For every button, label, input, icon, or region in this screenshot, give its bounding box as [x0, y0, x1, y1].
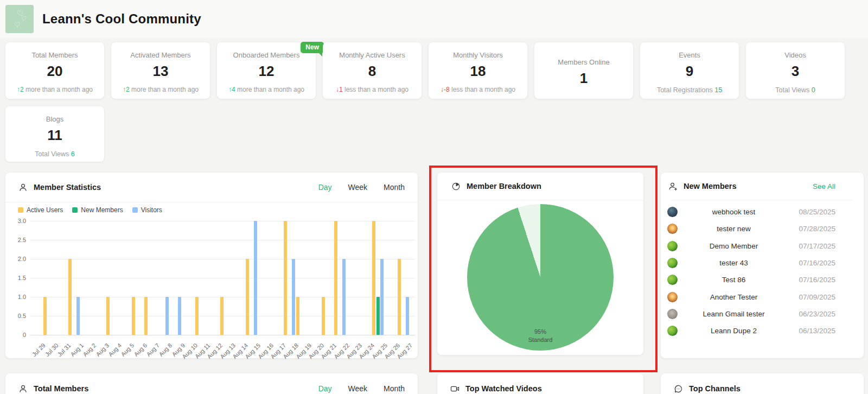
new-member-row[interactable]: Leann Gmail tester06/23/2025 [661, 306, 864, 322]
bar-active-users-jul-30[interactable] [43, 297, 47, 335]
stat-value: 20 [5, 63, 104, 80]
gridline [30, 278, 415, 278]
new-member-row[interactable]: tester 4307/16/2025 [661, 255, 864, 271]
legend-swatch [72, 207, 78, 213]
new-members-title: New Members [684, 182, 737, 190]
stat-value: 13 [111, 63, 210, 80]
tab-day[interactable]: Day [318, 384, 332, 393]
bar-active-users-aug-15[interactable] [246, 259, 249, 335]
bar-active-users-aug-6[interactable] [132, 297, 135, 335]
new-member-row[interactable]: Another Tester07/09/2025 [661, 288, 864, 305]
stat-label: Monthly Active Users [323, 51, 422, 59]
total-members-title: Total Members [34, 384, 88, 393]
bar-active-users-aug-7[interactable] [144, 297, 148, 335]
new-member-row[interactable]: webhook test08/25/2025 [661, 204, 864, 220]
member-avatar [667, 326, 678, 336]
member-join-date: 08/25/2025 [790, 208, 835, 216]
member-avatar [667, 292, 678, 302]
tab-week[interactable]: Week [348, 183, 368, 192]
bar-active-users-aug-11[interactable] [195, 297, 199, 335]
member-breakdown-title: Member Breakdown [467, 182, 541, 190]
community-logo[interactable]: ♡ ♡ ♡ [5, 5, 34, 33]
new-member-row[interactable]: Test 8607/16/2025 [661, 271, 864, 288]
trend-text: less than a month ago [450, 86, 515, 93]
new-member-row[interactable]: Leann Dupe 206/13/2025 [661, 322, 864, 339]
y-axis-tick: 1.5 [8, 275, 26, 281]
bar-active-users-aug-13[interactable] [220, 297, 224, 335]
member-join-date: 07/16/2025 [790, 259, 835, 267]
member-breakdown-header: Member Breakdown [437, 173, 643, 200]
member-breakdown-pie[interactable]: 95% Standard [467, 204, 614, 351]
bar-visitors-aug-15[interactable] [254, 221, 257, 335]
bar-active-users-aug-1[interactable] [68, 259, 72, 335]
tab-day[interactable]: Day [318, 183, 332, 192]
member-name: Leann Gmail tester [678, 310, 790, 318]
dashboard-page: ♡ ♡ ♡ Leann's Cool Community Total Membe… [0, 0, 868, 394]
stat-trend: ↑2 more than a month ago [5, 86, 104, 93]
bar-active-users-aug-18[interactable] [284, 221, 287, 335]
stat-trend: ↓-8 less than a month ago [429, 86, 527, 93]
stat-label: Total Members [5, 51, 104, 59]
tab-month[interactable]: Month [384, 384, 405, 393]
legend-item-visitors[interactable]: Visitors [132, 206, 162, 214]
gridline [30, 221, 415, 221]
trend-text: more than a month ago [24, 86, 93, 93]
bar-visitors-aug-27[interactable] [406, 297, 409, 335]
member-join-date: 07/28/2025 [790, 225, 835, 233]
bar-visitors-aug-18[interactable] [292, 259, 295, 335]
member-statistics-title: Member Statistics [34, 183, 101, 192]
stat-sub: Total Views 0 [746, 86, 845, 94]
bar-active-users-aug-22[interactable] [334, 221, 337, 335]
tab-month[interactable]: Month [384, 183, 405, 192]
stat-sub: Total Registrations 15 [640, 86, 739, 94]
pie-percent: 95% [467, 328, 614, 336]
period-tabs: DayWeekMonth [318, 384, 405, 393]
member-name: Leann Dupe 2 [678, 327, 790, 335]
see-all-link[interactable]: See All [813, 182, 835, 190]
bar-active-users-aug-27[interactable] [398, 259, 401, 335]
top-channels-card: Top Channels [661, 373, 864, 394]
stat-trend: ↑2 more than a month ago [111, 86, 210, 93]
top-watched-videos-header: Top Watched Videos [437, 373, 643, 394]
new-members-header: New Members See All [661, 173, 864, 200]
member-avatar [667, 224, 678, 234]
bar-active-users-aug-4[interactable] [106, 297, 110, 335]
tab-week[interactable]: Week [348, 384, 368, 393]
divider [672, 200, 853, 200]
bar-visitors-aug-9[interactable] [178, 297, 181, 335]
bar-visitors-aug-1[interactable] [76, 297, 80, 335]
bar-visitors-aug-25[interactable] [380, 259, 384, 335]
legend-item-active-users[interactable]: Active Users [18, 206, 63, 214]
stat-label: Events [640, 51, 739, 59]
pie-segment-name: Standard [467, 336, 614, 344]
stat-label: Blogs [5, 115, 104, 123]
top-channels-header: Top Channels [661, 373, 864, 394]
bar-active-users-aug-19[interactable] [296, 297, 299, 335]
stat-cards-row-1: Total Members20↑2 more than a month agoA… [5, 42, 845, 99]
trend-delta: ↓1 [336, 86, 343, 93]
new-member-row[interactable]: Demo Member07/17/2025 [661, 238, 864, 255]
bar-active-users-aug-25[interactable] [372, 221, 375, 335]
page-title: Leann's Cool Community [42, 0, 201, 38]
legend-item-new-members[interactable]: New Members [72, 206, 123, 214]
bar-new-members-aug-25[interactable] [376, 297, 380, 335]
stat-value: 8 [323, 63, 422, 80]
legend-swatch [132, 207, 138, 213]
new-badge: New [301, 42, 324, 53]
member-avatar [667, 258, 678, 268]
new-member-row[interactable]: tester new07/28/2025 [661, 220, 864, 237]
member-join-date: 07/16/2025 [790, 276, 835, 284]
member-join-date: 07/09/2025 [790, 293, 835, 301]
pie-icon [451, 182, 461, 191]
bar-visitors-aug-8[interactable] [165, 297, 169, 335]
y-axis-tick: 2.5 [8, 237, 26, 243]
trend-text: more than a month ago [235, 86, 304, 93]
bar-visitors-aug-22[interactable] [342, 259, 346, 335]
bar-active-users-aug-21[interactable] [322, 297, 325, 335]
stat-label: Members Online [534, 58, 633, 66]
stat-sub-value: 15 [714, 86, 722, 94]
stat-trend: ↓1 less than a month ago [323, 86, 422, 93]
new-members-card: New Members See All webhook test08/25/20… [661, 173, 864, 358]
y-axis-tick: 2.0 [8, 256, 26, 262]
member-join-date: 06/23/2025 [790, 310, 835, 318]
